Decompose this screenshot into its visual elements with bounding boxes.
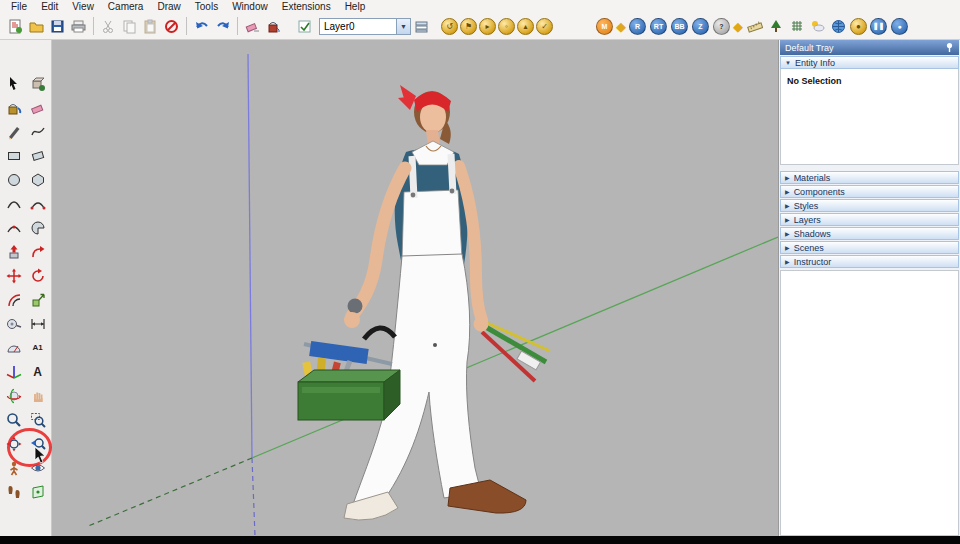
coin-globe-button[interactable]: ● [850, 18, 867, 35]
weather-icon[interactable] [807, 16, 828, 37]
pie-tool-icon[interactable] [26, 216, 49, 239]
orbit-tool-icon[interactable] [2, 384, 25, 407]
follow-me-tool-icon[interactable] [26, 240, 49, 263]
paint-toolbar-button[interactable] [263, 16, 284, 37]
grid-icon[interactable] [786, 16, 807, 37]
plugin-coin-5-button[interactable]: ▴ [517, 18, 534, 35]
plugin-coin-6-button[interactable]: ✓ [536, 18, 553, 35]
push-pull-tool-icon[interactable] [2, 240, 25, 263]
make-component-tool-icon[interactable] [26, 72, 49, 95]
circle-tool-icon[interactable] [2, 168, 25, 191]
copy-button[interactable] [119, 16, 140, 37]
freehand-tool-icon[interactable] [26, 120, 49, 143]
menu-extensions[interactable]: Extensions [275, 0, 338, 13]
tray-title-label: Default Tray [785, 43, 834, 53]
pan-tool-icon[interactable] [26, 384, 49, 407]
plugin-coin-4-button[interactable]: ◦ [498, 18, 515, 35]
previous-view-tool-icon[interactable] [26, 432, 49, 455]
section-instructor[interactable]: ▶ Instructor [780, 255, 959, 268]
paint-bucket-tool-icon[interactable] [2, 96, 25, 119]
badge-z-button[interactable]: Z [692, 18, 709, 35]
dimension-tool-icon[interactable] [26, 312, 49, 335]
line-tool-icon[interactable] [2, 120, 25, 143]
rotated-rectangle-tool-icon[interactable] [26, 144, 49, 167]
layer-visibility-check-icon[interactable] [294, 16, 315, 37]
section-entity-info[interactable]: ▼ Entity Info [780, 56, 959, 69]
plugin-coin-3-button[interactable]: ▸ [479, 18, 496, 35]
paste-button[interactable] [140, 16, 161, 37]
tree-icon[interactable] [765, 16, 786, 37]
walk-tool-icon[interactable] [2, 480, 25, 503]
three-point-arc-tool-icon[interactable] [2, 216, 25, 239]
ruler-icon[interactable] [744, 16, 765, 37]
section-shadows[interactable]: ▶ Shadows [780, 227, 959, 240]
menu-bar: File Edit View Camera Draw Tools Window … [0, 0, 960, 13]
badge-r-button[interactable]: R [629, 18, 646, 35]
section-scenes[interactable]: ▶ Scenes [780, 241, 959, 254]
badge-help-button[interactable]: ? [713, 18, 730, 35]
menu-view[interactable]: View [65, 0, 101, 13]
letterbox-bar [0, 536, 960, 544]
rotate-tool-icon[interactable] [26, 264, 49, 287]
tape-measure-tool-icon[interactable] [2, 312, 25, 335]
delete-button[interactable] [161, 16, 182, 37]
menu-tools[interactable]: Tools [188, 0, 225, 13]
cut-button[interactable] [98, 16, 119, 37]
menu-window[interactable]: Window [225, 0, 275, 13]
undo-button[interactable] [191, 16, 212, 37]
menu-help[interactable]: Help [338, 0, 373, 13]
protractor-tool-icon[interactable] [2, 336, 25, 359]
badge-bb-button[interactable]: BB [671, 18, 688, 35]
print-button[interactable] [68, 16, 89, 37]
section-layers-label: Layers [794, 215, 821, 225]
threed-text-tool-icon[interactable]: A [26, 360, 49, 383]
arc-tool-icon[interactable] [2, 192, 25, 215]
model-canvas[interactable] [52, 40, 778, 536]
diamond-icon[interactable]: ◆ [616, 19, 626, 34]
menu-draw[interactable]: Draw [150, 0, 187, 13]
section-materials[interactable]: ▶ Materials [780, 171, 959, 184]
globe-icon[interactable] [828, 16, 849, 37]
person-figure[interactable] [298, 85, 550, 520]
menu-edit[interactable]: Edit [34, 0, 65, 13]
rectangle-tool-icon[interactable] [2, 144, 25, 167]
layer-dropdown[interactable]: Layer0 ▼ [319, 18, 411, 35]
zoom-window-tool-icon[interactable] [26, 408, 49, 431]
info-button[interactable]: ● [891, 18, 908, 35]
eraser-toolbar-button[interactable] [242, 16, 263, 37]
axes-tool-icon[interactable] [2, 360, 25, 383]
badge-rt-button[interactable]: RT [650, 18, 667, 35]
zoom-extents-tool-icon[interactable] [2, 432, 25, 455]
open-button[interactable] [26, 16, 47, 37]
position-camera-tool-icon[interactable] [2, 456, 25, 479]
plugin-coin-2-button[interactable]: ⚑ [460, 18, 477, 35]
save-button[interactable] [47, 16, 68, 37]
menu-file[interactable]: File [4, 0, 34, 13]
layer-manager-icon[interactable] [411, 16, 432, 37]
move-tool-icon[interactable] [2, 264, 25, 287]
redo-button[interactable] [212, 16, 233, 37]
select-tool-icon[interactable] [2, 72, 25, 95]
pin-icon[interactable] [945, 42, 954, 53]
tray-title-bar[interactable]: Default Tray [780, 40, 959, 55]
polygon-tool-icon[interactable] [26, 168, 49, 191]
offset-tool-icon[interactable] [2, 288, 25, 311]
badge-m-button[interactable]: M [596, 18, 613, 35]
diamond2-icon[interactable]: ◆ [733, 19, 743, 34]
menu-camera[interactable]: Camera [101, 0, 151, 13]
eraser-tool-icon[interactable] [26, 96, 49, 119]
section-components[interactable]: ▶ Components [780, 185, 959, 198]
scale-tool-icon[interactable] [26, 288, 49, 311]
section-layers[interactable]: ▶ Layers [780, 213, 959, 226]
section-styles[interactable]: ▶ Styles [780, 199, 959, 212]
zoom-tool-icon[interactable] [2, 408, 25, 431]
chevron-down-icon[interactable]: ▼ [396, 19, 410, 34]
new-button[interactable] [5, 16, 26, 37]
plugin-coin-1-button[interactable]: ↺ [441, 18, 458, 35]
section-plane-tool-icon[interactable] [26, 480, 49, 503]
look-around-tool-icon[interactable] [26, 456, 49, 479]
pause-button[interactable]: ❚❚ [870, 18, 887, 35]
text-tool-icon[interactable]: A1 [26, 336, 49, 359]
two-point-arc-tool-icon[interactable] [26, 192, 49, 215]
chevron-collapsed-icon: ▶ [785, 216, 790, 223]
